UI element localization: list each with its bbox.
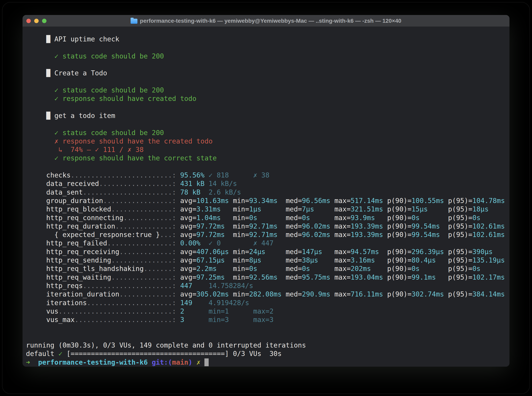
- text-segment: http_req_sending: [26, 256, 111, 264]
- text-segment: http_req_duration: [26, 222, 115, 230]
- text-segment: [229, 171, 253, 179]
- text-segment: .................:: [103, 197, 180, 205]
- text-segment: 3.31ms: [196, 205, 233, 213]
- terminal-cursor[interactable]: [204, 358, 209, 366]
- terminal-line: http_req_receiving.............: avg=407…: [26, 248, 509, 256]
- text-segment: 97.72ms: [196, 222, 233, 230]
- text-segment: 97.72ms: [196, 231, 233, 239]
- text-segment: 1µs: [249, 205, 286, 213]
- text-segment: p(95)=: [448, 273, 472, 281]
- text-segment: med=: [286, 231, 302, 239]
- text-segment: running (0m30.3s), 0/3 VUs, 149 complete…: [26, 341, 306, 349]
- text-segment: 101.63ms: [196, 197, 233, 205]
- text-segment: [221, 239, 253, 247]
- text-segment: 716.11ms: [351, 290, 387, 298]
- text-segment: avg=: [180, 273, 196, 281]
- terminal-screen[interactable]: █ API uptime check ✓ status code should …: [23, 27, 509, 367]
- text-segment: 290.9ms: [302, 290, 335, 298]
- text-segment: [148, 358, 152, 366]
- text-segment: vus_max: [26, 316, 75, 324]
- title-bar[interactable]: performance-testing-with-k6 — yemiwebby@…: [23, 15, 509, 27]
- text-segment: 93.34ms: [249, 197, 286, 205]
- text-segment: http_req_receiving: [26, 248, 119, 256]
- text-segment: http_req_waiting: [26, 273, 111, 281]
- text-segment: 102.61ms: [472, 222, 505, 230]
- text-segment: 7µs: [302, 205, 335, 213]
- text-segment: ✓: [58, 350, 62, 358]
- text-segment: avg=: [180, 214, 196, 222]
- text-segment: 96.02ms: [302, 222, 335, 230]
- text-segment: 517.14ms: [351, 197, 387, 205]
- text-segment: max=3: [253, 316, 274, 324]
- text-segment: 149: [180, 299, 209, 307]
- text-segment: █ get a todo item: [26, 112, 115, 120]
- text-segment: group_duration: [26, 197, 103, 205]
- minimize-button[interactable]: [34, 19, 39, 23]
- close-button[interactable]: [26, 19, 31, 23]
- text-segment: med=: [286, 248, 302, 256]
- text-segment: max=: [335, 231, 351, 239]
- terminal-line: checks.........................: 95.56% …: [26, 171, 509, 180]
- text-segment: 2: [180, 307, 209, 315]
- text-segment: 296.39µs: [412, 248, 448, 256]
- text-segment: 0s: [412, 214, 448, 222]
- text-segment: http_reqs: [26, 282, 83, 290]
- terminal-line: [26, 163, 509, 171]
- text-segment: p(90)=: [387, 214, 412, 222]
- text-segment: 95.75ms: [302, 273, 335, 281]
- text-segment: ......................:: [83, 282, 180, 290]
- text-segment: ↳ 74% — ✓ 111 / ✗ 38: [58, 146, 144, 154]
- terminal-line: data_received..................: 431 kB …: [26, 180, 509, 188]
- text-segment: 78 kB: [180, 188, 209, 196]
- text-segment: med=: [286, 222, 302, 230]
- text-segment: max=: [335, 273, 351, 281]
- terminal-line: ✗ response should have the created todo: [26, 137, 509, 146]
- text-segment: 1.04ms: [196, 214, 233, 222]
- text-segment: 447: [180, 282, 209, 290]
- text-segment: min=: [233, 197, 249, 205]
- text-segment: 99.1ms: [412, 273, 448, 281]
- text-segment: p(90)=: [387, 290, 412, 298]
- text-segment: min=: [233, 256, 249, 264]
- text-segment: min=: [233, 265, 249, 273]
- terminal-line: running (0m30.3s), 0/3 VUs, 149 complete…: [26, 341, 509, 349]
- window-title-group: performance-testing-with-k6 — yemiwebby@…: [131, 18, 401, 24]
- text-segment: max=: [335, 265, 351, 273]
- text-segment: min=: [233, 222, 249, 230]
- text-segment: ✗: [196, 358, 200, 366]
- text-segment: 99.54ms: [412, 231, 448, 239]
- text-segment: avg=: [180, 290, 196, 298]
- text-segment: avg=: [180, 197, 196, 205]
- text-segment: data_received: [26, 180, 99, 187]
- text-segment: 24µs: [249, 248, 286, 256]
- zoom-button[interactable]: [42, 19, 47, 23]
- text-segment: min=: [233, 231, 249, 239]
- text-segment: p(90)=: [387, 205, 412, 213]
- text-segment: 96.02ms: [302, 231, 335, 239]
- text-segment: max=: [335, 214, 351, 222]
- text-segment: 0s: [249, 214, 286, 222]
- text-segment: 0.00%: [180, 239, 209, 247]
- text-segment: 14.758284/s: [209, 282, 253, 290]
- text-segment: 384.14ms: [472, 290, 505, 298]
- text-segment: ............:: [123, 214, 180, 222]
- text-segment: [30, 358, 38, 366]
- text-segment: ➜: [26, 358, 30, 366]
- text-segment: 93.9ms: [351, 214, 387, 222]
- terminal-line: http_req_blocked...............: avg=3.3…: [26, 205, 509, 214]
- terminal-line: [26, 333, 509, 341]
- text-segment: 193.39ms: [351, 222, 387, 230]
- text-segment: performance-testing-with-k6: [38, 358, 148, 366]
- terminal-line: ✓ response should have the correct state: [26, 154, 509, 163]
- text-segment: ✓ status code should be 200: [54, 52, 164, 60]
- text-segment: min=: [233, 214, 249, 222]
- text-segment: 96.56ms: [302, 197, 335, 205]
- text-segment: avg=: [180, 231, 196, 239]
- terminal-line: http_req_waiting...............: avg=97.…: [26, 273, 509, 282]
- text-segment: p(95)=: [448, 290, 472, 298]
- text-segment: █ API uptime check: [26, 35, 119, 43]
- text-segment: 15µs: [412, 205, 448, 213]
- terminal-line: iterations.....................: 149 4.9…: [26, 299, 509, 307]
- text-segment: 18µs: [472, 205, 489, 213]
- text-segment: max=: [335, 205, 351, 213]
